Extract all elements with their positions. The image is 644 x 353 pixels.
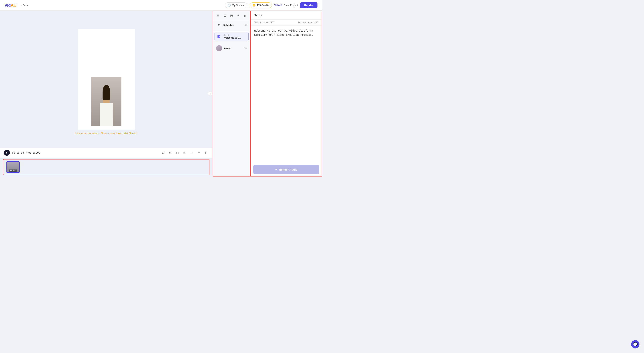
align-right-button[interactable]: ⇥	[189, 150, 194, 155]
time-separator: /	[25, 151, 28, 154]
subtitles-icon: T	[216, 23, 221, 28]
add-layer-button[interactable]: +	[236, 13, 241, 18]
script-meta: Total text limit: 1500 Residual input: 1…	[251, 20, 322, 26]
zoom-out-icon: ⊖	[162, 151, 164, 155]
avatar-layer-name: Avatar	[224, 47, 242, 50]
move-down-icon: ⬓	[224, 14, 226, 17]
avatar-thumb-image	[216, 45, 222, 51]
logo: VidAU	[4, 3, 16, 8]
canvas-viewport: ⚠ It's not the final video yet, To get a…	[0, 11, 212, 148]
layers-toolbar: ⧉ ⬓ ⬒ + 🗑	[213, 11, 250, 20]
filmstrip-thumbnail[interactable]: 00:05.02	[6, 161, 20, 173]
subtitles-layer-text: Subtitles	[223, 24, 242, 27]
clock-icon: 🕐	[228, 4, 231, 7]
person-hair	[102, 85, 110, 100]
chevron-right-icon: ›	[210, 92, 210, 95]
avatar-eye-icon[interactable]: 👁	[244, 47, 247, 50]
delete-layer-button[interactable]: 🗑	[242, 13, 248, 18]
render-audio-button[interactable]: ✦ Render Audio	[253, 165, 319, 174]
canvas-frame	[78, 29, 135, 130]
layers-panel: ⧉ ⬓ ⬒ + 🗑 T	[213, 11, 250, 177]
warning-icon: ⚠	[75, 132, 77, 134]
main-layout: ⚠ It's not the final video yet, To get a…	[0, 11, 322, 177]
warning-message: It's not the final video yet, To get acc…	[78, 132, 138, 134]
chevron-left-icon: ‹	[21, 4, 22, 7]
script-panel-header: Script	[251, 11, 322, 20]
zoom-out-button[interactable]: ⊖	[160, 150, 166, 155]
zoom-in-icon: ⊕	[169, 151, 172, 155]
vidau-text-badge: VidAU	[274, 4, 282, 7]
delete-segment-icon: 🗑	[204, 151, 208, 154]
copy-icon: ⧉	[217, 14, 219, 17]
collapse-panel-button[interactable]: ›	[208, 91, 212, 96]
my-content-button[interactable]: 🕐 My Content	[225, 3, 247, 8]
canvas-area: ⚠ It's not the final video yet, To get a…	[0, 11, 212, 177]
script-layer-name: Welcome to u...	[224, 36, 247, 39]
save-project-button[interactable]: Save Project	[284, 4, 298, 7]
header-left: VidAU ‹ Back	[4, 3, 30, 8]
subtitles-eye-icon[interactable]: 👁	[244, 24, 247, 27]
move-up-button[interactable]: ⬒	[229, 13, 234, 18]
move-up-icon: ⬒	[230, 14, 233, 17]
plus-icon: +	[238, 14, 240, 18]
filmstrip-area: 00:05.02	[3, 159, 210, 175]
play-icon: ▶	[6, 151, 8, 154]
sparkle-icon: ✦	[275, 168, 278, 171]
move-down-button[interactable]: ⬓	[222, 13, 228, 18]
header: VidAU ‹ Back 🕐 My Content 🪙 485 Credits …	[0, 0, 322, 11]
subtitles-layer-name: Subtitles	[223, 24, 242, 27]
timeline-bar: ▶ 00:00.00 / 00:05.02 ⊖ ⊕ ⊡ ⇤	[0, 148, 212, 158]
add-segment-icon: +	[198, 151, 200, 154]
warning-text: ⚠ It's not the final video yet, To get a…	[75, 132, 138, 134]
back-button[interactable]: ‹ Back	[20, 3, 30, 7]
align-left-button[interactable]: ⇤	[182, 150, 187, 155]
layer-item-script[interactable]: Script Welcome to u...	[214, 32, 248, 41]
script-layer-label: Script	[224, 34, 247, 36]
render-audio-label: Render Audio	[279, 168, 298, 171]
zoom-in-button[interactable]: ⊕	[168, 150, 173, 155]
timeline-add-button[interactable]: +	[196, 150, 202, 155]
back-label: Back	[22, 4, 28, 7]
script-panel: Script Total text limit: 1500 Residual i…	[250, 11, 322, 177]
time-display: 00:00.00 / 00:05.02	[12, 151, 40, 154]
current-time: 00:00.00	[12, 151, 24, 154]
avatar-thumbnail	[216, 45, 222, 51]
play-button[interactable]: ▶	[4, 150, 10, 156]
text-limit-label: Total text limit: 1500	[254, 21, 274, 24]
avatar-layer-text: Avatar	[224, 47, 242, 50]
total-time: 00:05.02	[28, 151, 40, 154]
trash-icon: 🗑	[244, 14, 247, 17]
credits-label: 485 Credits	[257, 4, 269, 7]
render-button[interactable]: Render	[300, 2, 318, 8]
right-panels: ⧉ ⬓ ⬒ + 🗑 T	[212, 11, 322, 177]
person-shirt	[100, 103, 113, 126]
layer-divider-1	[213, 31, 250, 31]
coin-icon: 🪙	[252, 4, 256, 7]
timeline-delete-button[interactable]: 🗑	[204, 150, 209, 155]
split-icon: ⊡	[176, 151, 179, 155]
align-left-icon: ⇤	[184, 151, 186, 155]
timeline-controls: ⊖ ⊕ ⊡ ⇤ ⇥ + 🗑	[160, 150, 209, 155]
layer-item-avatar[interactable]: Avatar 👁	[213, 43, 250, 54]
layer-item-subtitles[interactable]: T Subtitles 👁	[213, 20, 250, 30]
script-layer-icon	[216, 34, 222, 39]
my-content-label: My Content	[232, 4, 244, 7]
align-right-icon: ⇥	[190, 151, 193, 155]
residual-label: Residual input: 1425	[298, 21, 318, 24]
credits-button[interactable]: 🪙 485 Credits	[250, 3, 272, 8]
script-layer-text: Script Welcome to u...	[224, 34, 247, 39]
avatar-person	[99, 88, 114, 126]
header-right: 🕐 My Content 🪙 485 Credits VidAU Save Pr…	[225, 2, 318, 8]
avatar-display	[91, 77, 122, 126]
script-textarea[interactable]: Welcome to use our AI video platform! Si…	[251, 26, 322, 163]
thumbnail-duration: 00:05.02	[9, 170, 17, 172]
copy-layer-button[interactable]: ⧉	[215, 13, 220, 18]
split-button[interactable]: ⊡	[175, 150, 180, 155]
